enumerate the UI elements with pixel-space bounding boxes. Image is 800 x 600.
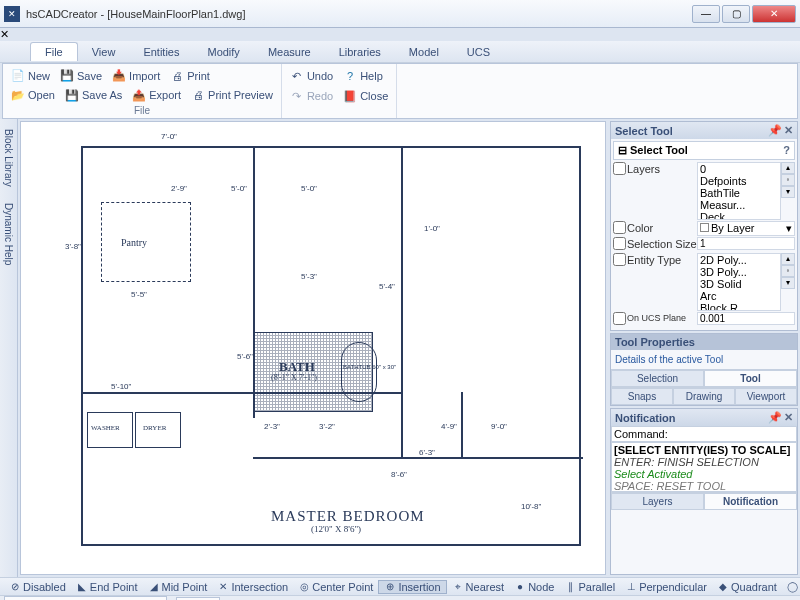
snap-disabled[interactable]: ⊘Disabled [4, 581, 71, 593]
export-button[interactable]: 📤Export [128, 87, 185, 103]
label-master-dim: (12'0" X 8'6") [311, 524, 361, 534]
drawing-canvas[interactable]: Pantry BATH (8'-1" X 7'-1") BATHTUB 60" … [20, 121, 606, 575]
parallel-icon: ∥ [564, 581, 576, 593]
snap-parallel[interactable]: ∥Parallel [559, 581, 620, 593]
help-small-icon[interactable]: ? [783, 144, 790, 157]
scroll-up-icon[interactable]: ▴ [781, 253, 795, 265]
selsize-value[interactable]: 1 [697, 237, 795, 250]
open-button[interactable]: 📂Open [7, 87, 59, 103]
scroll-up-icon[interactable]: ▴ [781, 162, 795, 174]
close-file-button[interactable]: 📕Close [339, 88, 392, 104]
endpoint-icon: ◣ [76, 581, 88, 593]
redo-icon: ↷ [290, 89, 304, 103]
import-icon: 📥 [112, 69, 126, 83]
menu-modify[interactable]: Modify [193, 43, 253, 61]
save-button[interactable]: 💾Save [56, 68, 106, 84]
close-button[interactable]: ✕ [752, 5, 796, 23]
quadrant-icon: ◆ [717, 581, 729, 593]
app-menu-icon[interactable]: ✕ [0, 28, 800, 41]
pin-icon[interactable]: 📌 [768, 124, 782, 137]
undo-icon: ↶ [290, 69, 304, 83]
ucs-value[interactable]: 0.001 [697, 312, 795, 325]
node-icon: ● [514, 581, 526, 593]
menu-view[interactable]: View [78, 43, 130, 61]
tab-block-library[interactable]: Block Library [2, 123, 15, 193]
help-button[interactable]: ?Help [339, 68, 387, 84]
dropdown-icon[interactable]: ▾ [786, 222, 792, 235]
entity-checkbox[interactable] [613, 253, 626, 266]
label-bathtub: BATHTUB 60" x 30" [343, 364, 396, 370]
tab-selection[interactable]: Selection [611, 370, 704, 387]
document-tab-strip: ▦HouseMainFloorPlan1.dwg* ◂ Model ▸ [0, 595, 800, 600]
snap-node[interactable]: ●Node [509, 581, 559, 593]
menu-libraries[interactable]: Libraries [325, 43, 395, 61]
snap-endpoint[interactable]: ◣End Point [71, 581, 143, 593]
new-icon: 📄 [11, 69, 25, 83]
scroll-knob[interactable]: ◦ [781, 265, 795, 277]
snap-center[interactable]: ◎Center Point [293, 581, 378, 593]
undo-button[interactable]: ↶Undo [286, 68, 337, 84]
collapse-icon[interactable]: ⊟ [618, 144, 630, 157]
redo-button[interactable]: ↷Redo [286, 88, 337, 104]
maximize-button[interactable]: ▢ [722, 5, 750, 23]
color-checkbox[interactable] [613, 221, 626, 234]
select-tool-panel: Select Tool📌✕ ⊟Select Tool? Layers 0Defp… [610, 121, 798, 331]
window-title: hsCADCreator - [HouseMainFloorPlan1.dwg] [26, 8, 692, 20]
snap-insertion[interactable]: ⊕Insertion [378, 580, 446, 594]
entity-listbox[interactable]: 2D Poly...3D Poly... 3D SolidArc Block R… [697, 253, 781, 311]
window-titlebar: ✕ hsCADCreator - [HouseMainFloorPlan1.dw… [0, 0, 800, 28]
tab-tool[interactable]: Tool [704, 370, 797, 387]
label-pantry: Pantry [121, 237, 147, 248]
notification-panel: Notification📌✕ Command: [SELECT ENTITY(I… [610, 408, 798, 575]
menu-entities[interactable]: Entities [129, 43, 193, 61]
tab-drawing[interactable]: Drawing [673, 388, 735, 405]
snap-quadrant[interactable]: ◆Quadrant [712, 581, 782, 593]
snap-toolbar: ⊘Disabled ◣End Point ◢Mid Point ✕Interse… [0, 577, 800, 595]
scroll-down-icon[interactable]: ▾ [781, 186, 795, 198]
select-tool-header: Select Tool [615, 125, 673, 137]
pin-icon[interactable]: 📌 [768, 411, 782, 424]
tab-dynamic-help[interactable]: Dynamic Help [2, 197, 15, 271]
command-input[interactable] [668, 428, 795, 440]
tab-layers[interactable]: Layers [611, 493, 704, 510]
snap-tangent[interactable]: ◯Tangent [782, 581, 800, 593]
snap-perpendicular[interactable]: ⊥Perpendicular [620, 581, 712, 593]
ribbon: 📄New 💾Save 📥Import 🖨Print 📂Open 💾Save As… [2, 63, 798, 119]
center-icon: ◎ [298, 581, 310, 593]
snap-intersection[interactable]: ✕Intersection [212, 581, 293, 593]
close-file-icon: 📕 [343, 89, 357, 103]
doc-tab-file[interactable]: ▦HouseMainFloorPlan1.dwg* [4, 596, 167, 600]
menu-model[interactable]: Model [395, 43, 453, 61]
doc-tab-model[interactable]: Model [176, 597, 220, 601]
command-history: [SELECT ENTITY(IES) TO SCALE] ENTER: FIN… [611, 442, 797, 492]
menu-file[interactable]: File [30, 42, 78, 61]
menu-ucs[interactable]: UCS [453, 43, 504, 61]
print-icon: 🖨 [170, 69, 184, 83]
scroll-knob[interactable]: ◦ [781, 174, 795, 186]
color-value[interactable]: By Layer ▾ [697, 221, 795, 236]
panel-close-icon[interactable]: ✕ [784, 124, 793, 137]
minimize-button[interactable]: — [692, 5, 720, 23]
ucs-checkbox[interactable] [613, 312, 626, 325]
scroll-down-icon[interactable]: ▾ [781, 277, 795, 289]
panel-close-icon[interactable]: ✕ [784, 411, 793, 424]
menu-measure[interactable]: Measure [254, 43, 325, 61]
preview-button[interactable]: 🖨Print Preview [187, 87, 277, 103]
print-button[interactable]: 🖨Print [166, 68, 214, 84]
save-icon: 💾 [60, 69, 74, 83]
tab-snaps[interactable]: Snaps [611, 388, 673, 405]
tool-properties-panel: Tool Properties Details of the active To… [610, 333, 798, 406]
saveas-button[interactable]: 💾Save As [61, 87, 126, 103]
layers-listbox[interactable]: 0Defpoints BathTileMeasur... DeckStairs [697, 162, 781, 220]
tab-viewport[interactable]: Viewport [735, 388, 797, 405]
midpoint-icon: ◢ [148, 581, 160, 593]
layers-checkbox[interactable] [613, 162, 626, 175]
tab-notification[interactable]: Notification [704, 493, 797, 510]
snap-midpoint[interactable]: ◢Mid Point [143, 581, 213, 593]
insertion-icon: ⊕ [384, 581, 396, 593]
new-button[interactable]: 📄New [7, 68, 54, 84]
label-dryer: DRYER [143, 424, 166, 432]
import-button[interactable]: 📥Import [108, 68, 164, 84]
selsize-checkbox[interactable] [613, 237, 626, 250]
snap-nearest[interactable]: ⌖Nearest [447, 581, 510, 593]
